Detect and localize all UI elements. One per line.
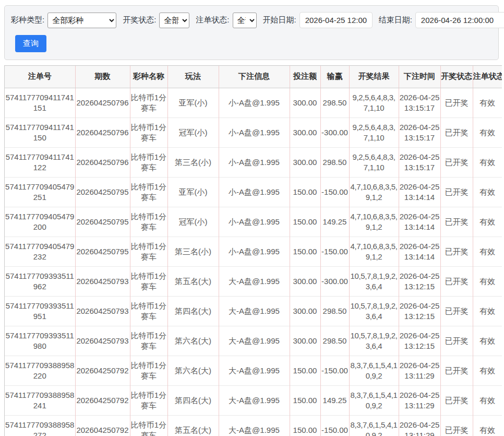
cell-bet-amount: 300.00	[290, 147, 320, 177]
cell-lottery-name: 比特币1分赛车	[130, 385, 167, 415]
cell-period: 202604250795	[75, 237, 130, 266]
column-header-period: 期数	[75, 66, 130, 88]
cell-bet-info: 小-A盘@1.995	[219, 147, 290, 177]
end-date-label: 结束日期:	[379, 15, 412, 25]
column-header-play-type: 玩法	[167, 66, 219, 88]
cell-bet-time: 2026-04-25 13:15:17	[399, 88, 440, 117]
table-row: 5741177709393511980202604250793比特币1分赛车第六…	[5, 326, 502, 356]
cell-play-type: 第三名(小)	[167, 237, 219, 266]
cell-win-loss: -150.00	[320, 356, 349, 385]
cell-bet-status: 有效	[473, 237, 502, 266]
table-row: 5741177709388958272202604250792比特币1分赛车第五…	[5, 415, 502, 436]
cell-bet-time: 2026-04-25 13:11:29	[399, 415, 440, 436]
cell-draw-status: 已开奖	[440, 177, 473, 207]
cell-bet-info: 大-A盘@1.995	[219, 385, 290, 415]
cell-bet-info: 大-A盘@1.995	[219, 415, 290, 436]
cell-draw-result: 10,5,7,8,1,9,2,3,6,4	[349, 296, 399, 326]
cell-bet-id: 5741177709388958241	[5, 385, 75, 415]
cell-bet-info: 小-A盘@1.995	[219, 177, 290, 207]
cell-bet-id: 5741177709405479251	[5, 177, 75, 207]
cell-bet-amount: 150.00	[290, 415, 320, 436]
cell-bet-id: 5741177709393511980	[5, 326, 75, 356]
button-row: 查询	[15, 35, 493, 52]
cell-play-type: 第四名(大)	[167, 296, 219, 326]
cell-draw-result: 8,3,7,6,1,5,4,10,9,2	[349, 385, 399, 415]
cell-bet-amount: 150.00	[290, 356, 320, 385]
cell-period: 202604250796	[75, 147, 130, 177]
filter-group-lottery-type: 彩种类型: 全部彩种	[11, 13, 116, 28]
cell-draw-status: 已开奖	[440, 385, 473, 415]
cell-lottery-name: 比特币1分赛车	[130, 207, 167, 237]
filter-row: 彩种类型: 全部彩种 开奖状态: 全部 注单状态: 全部 开始日期: 结束日期:	[11, 12, 493, 28]
query-button[interactable]: 查询	[15, 35, 46, 52]
cell-bet-time: 2026-04-25 13:11:29	[399, 356, 440, 385]
column-header-win-loss: 输赢	[320, 66, 349, 88]
table-row: 5741177709388958241202604250792比特币1分赛车第四…	[5, 385, 502, 415]
lottery-type-select[interactable]: 全部彩种	[47, 13, 116, 28]
cell-bet-id: 5741177709405479232	[5, 237, 75, 266]
cell-bet-time: 2026-04-25 13:15:17	[399, 147, 440, 177]
lottery-type-label: 彩种类型:	[11, 15, 44, 25]
start-date-input[interactable]	[299, 12, 373, 28]
table-row: 5741177709411741150202604250796比特币1分赛车冠军…	[5, 117, 502, 147]
cell-bet-info: 小-A盘@1.995	[219, 88, 290, 117]
cell-win-loss: -150.00	[320, 177, 349, 207]
table-row: 5741177709393511962202604250793比特币1分赛车第五…	[5, 266, 502, 296]
cell-bet-time: 2026-04-25 13:11:29	[399, 385, 440, 415]
cell-bet-time: 2026-04-25 13:14:14	[399, 177, 440, 207]
cell-bet-id: 5741177709411741150	[5, 117, 75, 147]
cell-play-type: 冠军(小)	[167, 207, 219, 237]
cell-period: 202604250792	[75, 356, 130, 385]
draw-status-select[interactable]: 全部	[159, 13, 189, 28]
filter-group-draw-status: 开奖状态: 全部	[123, 13, 189, 28]
filter-panel: 彩种类型: 全部彩种 开奖状态: 全部 注单状态: 全部 开始日期: 结束日期:	[4, 5, 499, 60]
cell-play-type: 第六名(大)	[167, 356, 219, 385]
cell-bet-status: 有效	[473, 88, 502, 117]
cell-draw-status: 已开奖	[440, 266, 473, 296]
cell-draw-result: 4,7,10,6,8,3,5,9,1,2	[349, 207, 399, 237]
cell-play-type: 亚军(小)	[167, 177, 219, 207]
cell-bet-amount: 150.00	[290, 237, 320, 266]
cell-bet-time: 2026-04-25 13:14:14	[399, 207, 440, 237]
filter-group-bet-status: 注单状态: 全部	[196, 13, 256, 28]
cell-bet-amount: 300.00	[290, 326, 320, 356]
column-header-bet-time: 下注时间	[399, 66, 440, 88]
cell-lottery-name: 比特币1分赛车	[130, 237, 167, 266]
cell-lottery-name: 比特币1分赛车	[130, 177, 167, 207]
cell-draw-status: 已开奖	[440, 356, 473, 385]
start-date-label: 开始日期:	[263, 15, 296, 25]
draw-status-label: 开奖状态:	[123, 15, 156, 25]
cell-draw-result: 9,2,5,6,4,8,3,7,1,10	[349, 147, 399, 177]
table-header-row: 注单号期数彩种名称玩法下注信息投注额输赢开奖结果下注时间开奖状态注单状态	[5, 66, 502, 88]
cell-lottery-name: 比特币1分赛车	[130, 266, 167, 296]
cell-win-loss: 149.25	[320, 207, 349, 237]
cell-bet-amount: 150.00	[290, 385, 320, 415]
cell-bet-amount: 300.00	[290, 296, 320, 326]
cell-bet-status: 有效	[473, 326, 502, 356]
cell-lottery-name: 比特币1分赛车	[130, 415, 167, 436]
bet-status-select[interactable]: 全部	[233, 13, 257, 28]
table-row: 5741177709405479200202604250795比特币1分赛车冠军…	[5, 207, 502, 237]
cell-play-type: 第三名(小)	[167, 147, 219, 177]
cell-bet-info: 大-A盘@1.995	[219, 326, 290, 356]
cell-bet-id: 5741177709393511962	[5, 266, 75, 296]
cell-period: 202604250793	[75, 296, 130, 326]
cell-bet-time: 2026-04-25 13:12:15	[399, 326, 440, 356]
cell-win-loss: -150.00	[320, 237, 349, 266]
cell-bet-status: 有效	[473, 207, 502, 237]
cell-bet-amount: 300.00	[290, 266, 320, 296]
cell-win-loss: 298.50	[320, 326, 349, 356]
cell-draw-result: 9,2,5,6,4,8,3,7,1,10	[349, 117, 399, 147]
cell-draw-status: 已开奖	[440, 296, 473, 326]
filter-group-start-date: 开始日期:	[263, 12, 373, 28]
cell-play-type: 第五名(大)	[167, 266, 219, 296]
bet-records-table: 注单号期数彩种名称玩法下注信息投注额输赢开奖结果下注时间开奖状态注单状态 574…	[4, 65, 502, 436]
cell-bet-amount: 300.00	[290, 117, 320, 147]
cell-draw-status: 已开奖	[440, 237, 473, 266]
cell-win-loss: 149.25	[320, 385, 349, 415]
cell-play-type: 亚军(小)	[167, 88, 219, 117]
column-header-bet-info: 下注信息	[219, 66, 290, 88]
cell-draw-result: 4,7,10,6,8,3,5,9,1,2	[349, 177, 399, 207]
end-date-input[interactable]	[415, 12, 504, 28]
cell-period: 202604250792	[75, 415, 130, 436]
